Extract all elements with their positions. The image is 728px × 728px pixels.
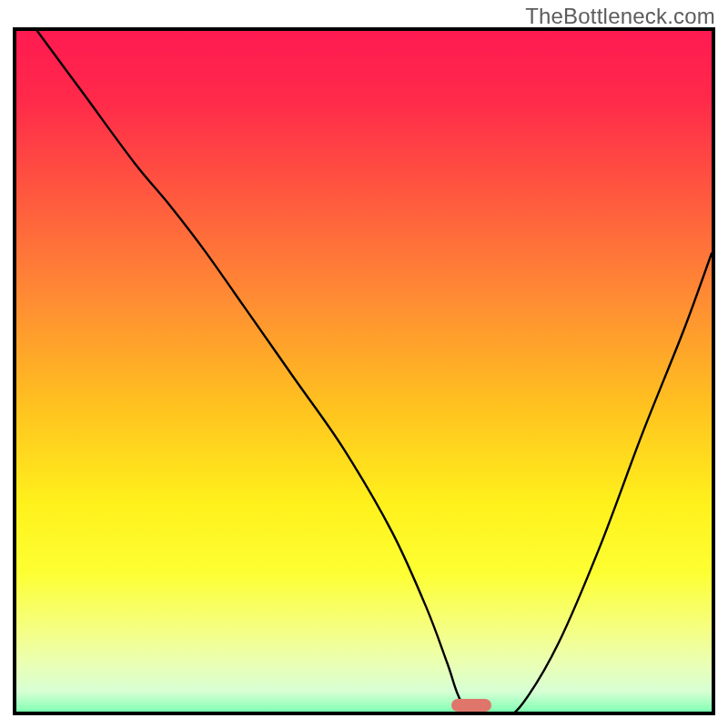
watermark-text: TheBottleneck.com: [525, 4, 715, 29]
chart-container: TheBottleneck.com: [0, 0, 728, 728]
curve-layer: [16, 31, 712, 715]
bottleneck-curve: [37, 31, 712, 715]
optimum-marker: [451, 699, 491, 712]
plot-frame: [13, 27, 715, 715]
